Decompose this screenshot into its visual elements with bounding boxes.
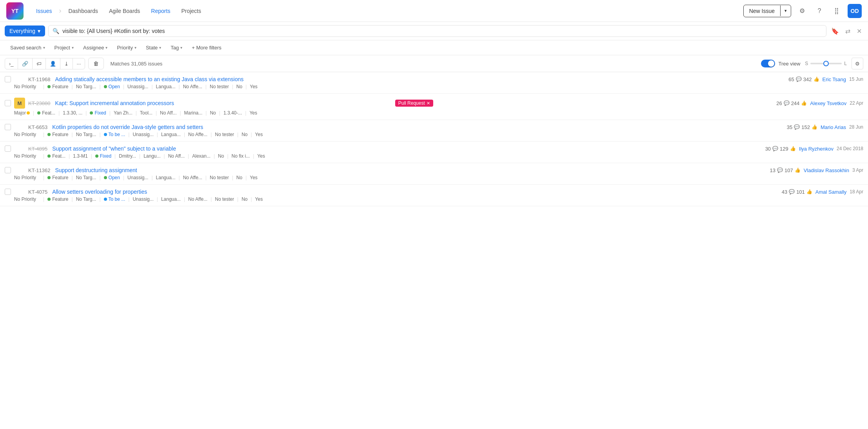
move-icon[interactable]: ⤓: [60, 58, 73, 69]
issue-title[interactable]: Support assignment of "when" subject to …: [52, 145, 405, 152]
priority-meta: No Priority: [14, 175, 40, 180]
new-issue-label: New Issue: [744, 5, 780, 17]
m-badge: M: [14, 98, 25, 109]
issue-title[interactable]: Adding statically accessible members to …: [55, 76, 418, 82]
state-filter[interactable]: State ▾: [142, 43, 165, 53]
assignee-name[interactable]: Amal Samally: [815, 189, 846, 195]
issue-meta: No Priority | Feature | No Targ... | To …: [5, 196, 863, 202]
target-meta: No Targ...: [76, 175, 96, 180]
column-settings-icon[interactable]: ⚙: [852, 58, 863, 69]
state-meta: Open: [104, 175, 120, 180]
filter-icon[interactable]: ⇄: [844, 26, 852, 36]
assignee-name[interactable]: Alexey Tsvetkov: [810, 100, 846, 106]
app-logo[interactable]: YT: [6, 2, 24, 20]
issue-checkbox[interactable]: [5, 167, 11, 173]
issue-checkbox[interactable]: [5, 145, 11, 152]
bookmark-icon[interactable]: 🔖: [830, 26, 841, 36]
issue-row: KT-4895 Support assignment of "when" sub…: [0, 142, 868, 163]
issue-row: KT-4075 Allow setters overloading for pr…: [0, 185, 868, 206]
type-meta: Feature: [47, 175, 68, 180]
issue-id: KT-4895: [28, 146, 47, 152]
issue-title[interactable]: Kapt: Support incremental annotation pro…: [55, 100, 392, 106]
assignee-meta: Unassig...: [133, 196, 153, 202]
more-actions-icon[interactable]: ···: [73, 58, 85, 69]
issue-checkbox[interactable]: [5, 100, 11, 106]
new-issue-dropdown-arrow[interactable]: ▾: [780, 5, 791, 16]
search-input[interactable]: [62, 28, 822, 34]
more-filters-label: + More filters: [192, 45, 222, 51]
issue-id: KT-11968: [28, 76, 50, 82]
nav-agile-boards[interactable]: Agile Boards: [104, 5, 145, 16]
priority-meta: No Priority: [14, 153, 40, 159]
comment-count: 30: [765, 146, 771, 152]
vote-count: 129: [780, 146, 788, 152]
filters-row: Saved search ▾ Project ▾ Assignee ▾ Prio…: [0, 40, 868, 55]
project-filter[interactable]: Project ▾: [51, 43, 78, 53]
link-icon[interactable]: 🔗: [18, 58, 33, 69]
tag-label: Tag: [171, 45, 179, 51]
issue-checkbox[interactable]: [5, 124, 11, 130]
assignee-name[interactable]: Mario Arias: [821, 124, 846, 130]
nav-issues[interactable]: Issues: [31, 5, 56, 16]
tag-filter[interactable]: Tag ▾: [167, 43, 186, 53]
state-meta: Open: [104, 84, 120, 89]
pull-request-badge[interactable]: Pull Request ✕: [395, 100, 433, 107]
saved-search-label: Saved search: [10, 45, 42, 51]
badge-close-icon[interactable]: ✕: [427, 101, 430, 106]
nav-links: Issues › Dashboards Agile Boards Reports…: [31, 5, 743, 16]
toggle-switch[interactable]: [761, 60, 775, 67]
fix-versions-meta: No: [242, 196, 247, 202]
nav-projects[interactable]: Projects: [176, 5, 206, 16]
tag-icon[interactable]: 🏷: [33, 58, 46, 69]
assignee-filter[interactable]: Assignee ▾: [79, 43, 111, 53]
size-slider-track[interactable]: [810, 63, 842, 64]
issue-stats: 13 💬 107 👍: [770, 167, 800, 173]
assignee-name[interactable]: Ilya Ryzhenkov: [799, 146, 833, 152]
issue-row: KT-11968 Adding statically accessible me…: [0, 72, 868, 94]
issue-row: KT-6653 Kotlin properties do not overrid…: [0, 120, 868, 142]
nav-reports[interactable]: Reports: [146, 5, 175, 16]
close-icon[interactable]: ✕: [855, 26, 863, 36]
toolbar-row: ›_ 🔗 🏷 👤 ⤓ ··· 🗑 Matches 31,085 issues T…: [0, 55, 868, 72]
vote-icon: 👍: [812, 124, 817, 130]
assign-icon[interactable]: 👤: [46, 58, 60, 69]
nav-dashboards[interactable]: Dashboards: [64, 5, 103, 16]
help-icon[interactable]: ?: [813, 5, 826, 17]
priority-meta: No Priority: [14, 84, 40, 89]
assignee-name[interactable]: Eric Tsang: [823, 76, 846, 82]
affected-meta: No Aff...: [160, 110, 176, 116]
state-meta: Fixed: [95, 153, 111, 159]
more-filters-button[interactable]: + More filters: [188, 43, 225, 53]
issue-checkbox[interactable]: [5, 189, 11, 195]
issue-meta: No Priority | Feature | No Targ... | To …: [5, 132, 863, 137]
tester-meta: No tester: [210, 175, 229, 180]
issue-stats: 43 💬 101 👍: [782, 189, 812, 195]
issue-checkbox[interactable]: [5, 76, 11, 82]
vote-icon: 👍: [790, 146, 796, 151]
target-meta: No Targ...: [76, 84, 96, 89]
terminal-icon[interactable]: ›_: [5, 58, 18, 69]
issue-title[interactable]: Kotlin properties do not override Java-s…: [52, 124, 416, 130]
new-issue-button[interactable]: New Issue ▾: [743, 5, 791, 17]
type-meta: Feature: [47, 84, 68, 89]
delete-button[interactable]: 🗑: [88, 58, 104, 69]
comment-icon: 💬: [784, 100, 790, 106]
search-bar: Everything ▾ 🔍 🔖 ⇄ ✕: [0, 22, 868, 40]
tag-chevron-icon: ▾: [180, 45, 182, 50]
issue-title[interactable]: Support destructuring assignment: [55, 167, 409, 173]
vote-count: 101: [796, 189, 805, 195]
settings-icon[interactable]: ⚙: [796, 5, 808, 17]
priority-filter[interactable]: Priority ▾: [113, 43, 140, 53]
size-slider-thumb[interactable]: [823, 61, 829, 66]
field3-meta: Yes: [257, 153, 265, 159]
avatar[interactable]: OD: [848, 4, 862, 18]
issue-title[interactable]: Allow setters overloading for properties: [52, 189, 414, 195]
affected-meta: No Affe...: [188, 132, 207, 137]
issue-meta: No Priority | Feature | No Targ... | Ope…: [5, 175, 863, 180]
saved-search-filter[interactable]: Saved search ▾: [6, 43, 49, 53]
grid-icon[interactable]: ⣿: [830, 5, 843, 17]
tree-view-toggle[interactable]: Tree view: [761, 60, 800, 67]
assignee-name[interactable]: Vladislav Rassokhin: [804, 167, 849, 173]
matches-count: Matches 31,085 issues: [110, 61, 162, 67]
everything-button[interactable]: Everything ▾: [5, 25, 45, 36]
